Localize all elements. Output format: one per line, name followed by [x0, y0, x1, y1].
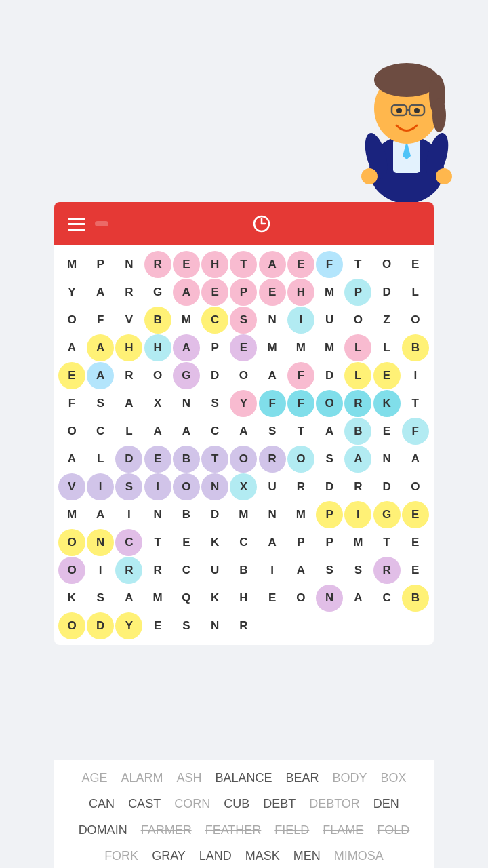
cell[interactable]: D — [373, 473, 401, 500]
cell[interactable]: N — [316, 585, 343, 612]
cell[interactable]: E — [259, 585, 286, 612]
cell[interactable]: H — [230, 585, 257, 612]
cell[interactable]: S — [87, 585, 114, 612]
cell[interactable]: O — [373, 251, 401, 278]
cell[interactable]: S — [115, 473, 142, 500]
cell[interactable]: I — [402, 362, 429, 389]
cell[interactable]: E — [230, 334, 257, 361]
cell[interactable]: F — [316, 251, 343, 278]
cell[interactable]: L — [402, 279, 429, 306]
cell[interactable]: C — [373, 585, 401, 612]
cell[interactable]: E — [402, 529, 429, 556]
cell[interactable]: E — [373, 418, 401, 445]
cell[interactable]: O — [344, 307, 371, 334]
cell[interactable]: P — [316, 501, 343, 528]
cell[interactable]: O — [144, 362, 171, 389]
cell[interactable]: A — [230, 418, 257, 445]
cell[interactable]: D — [115, 446, 142, 473]
cell[interactable]: M — [230, 501, 257, 528]
cell[interactable]: S — [259, 418, 286, 445]
cell[interactable]: C — [201, 418, 228, 445]
cell[interactable]: T — [373, 529, 401, 556]
cell[interactable]: A — [173, 279, 200, 306]
cell[interactable]: A — [402, 446, 429, 473]
cell[interactable]: A — [115, 585, 142, 612]
cell[interactable]: A — [87, 362, 114, 389]
cell[interactable]: R — [373, 557, 401, 584]
cell[interactable]: O — [287, 585, 314, 612]
cell[interactable]: P — [344, 279, 371, 306]
cell[interactable]: N — [144, 501, 171, 528]
cell[interactable]: D — [316, 362, 343, 389]
cell[interactable]: A — [173, 334, 200, 361]
cell[interactable]: O — [58, 307, 85, 334]
cell[interactable]: A — [259, 251, 286, 278]
cell[interactable]: A — [287, 557, 314, 584]
letter-grid[interactable]: MPNREHTAEFTOEYARGAEPEHMPDLOFVBMCSNIUOZOA… — [58, 251, 430, 639]
cell[interactable]: A — [259, 529, 286, 556]
cell[interactable]: A — [259, 362, 286, 389]
cell[interactable]: D — [201, 362, 228, 389]
cell[interactable]: R — [144, 557, 171, 584]
cell[interactable]: R — [259, 446, 286, 473]
cell[interactable]: K — [201, 529, 228, 556]
cell[interactable]: A — [316, 418, 343, 445]
cell[interactable]: E — [173, 251, 200, 278]
cell[interactable]: N — [259, 501, 286, 528]
menu-button[interactable] — [68, 218, 85, 231]
cell[interactable]: B — [344, 418, 371, 445]
cell[interactable]: P — [87, 251, 114, 278]
cell[interactable]: T — [287, 418, 314, 445]
cell[interactable]: K — [373, 390, 401, 417]
cell[interactable]: R — [287, 473, 314, 500]
cell[interactable]: L — [344, 362, 371, 389]
cell[interactable]: O — [287, 446, 314, 473]
cell[interactable]: N — [201, 612, 228, 639]
cell[interactable]: U — [316, 307, 343, 334]
cell[interactable]: E — [402, 251, 429, 278]
cell[interactable]: S — [87, 390, 114, 417]
cell[interactable]: F — [87, 307, 114, 334]
cell[interactable]: E — [144, 612, 171, 639]
cell[interactable]: O — [58, 557, 85, 584]
cell[interactable]: E — [173, 529, 200, 556]
cell[interactable]: O — [230, 362, 257, 389]
cell[interactable]: E — [287, 251, 314, 278]
cell[interactable]: M — [316, 334, 343, 361]
cell[interactable]: P — [201, 334, 228, 361]
cell[interactable]: T — [344, 251, 371, 278]
cell[interactable]: N — [87, 529, 114, 556]
cell[interactable]: C — [230, 529, 257, 556]
cell[interactable]: K — [201, 585, 228, 612]
cell[interactable]: O — [402, 307, 429, 334]
cell[interactable]: R — [115, 362, 142, 389]
cell[interactable]: H — [115, 334, 142, 361]
cell[interactable]: O — [230, 446, 257, 473]
cell[interactable]: E — [144, 446, 171, 473]
cell[interactable]: Q — [173, 585, 200, 612]
cell[interactable]: F — [58, 390, 85, 417]
cell[interactable]: E — [402, 501, 429, 528]
cell[interactable]: B — [173, 446, 200, 473]
cell[interactable]: F — [287, 362, 314, 389]
cell[interactable]: S — [201, 390, 228, 417]
cell[interactable]: P — [230, 279, 257, 306]
cell[interactable]: B — [144, 307, 171, 334]
cell[interactable]: U — [201, 557, 228, 584]
cell[interactable]: D — [316, 473, 343, 500]
cell[interactable]: C — [87, 418, 114, 445]
cell[interactable]: N — [201, 473, 228, 500]
cell[interactable]: F — [287, 390, 314, 417]
cell[interactable]: A — [144, 418, 171, 445]
cell[interactable]: O — [173, 473, 200, 500]
cell[interactable]: R — [344, 473, 371, 500]
cell[interactable]: T — [144, 529, 171, 556]
cell[interactable]: M — [58, 251, 85, 278]
cell[interactable]: S — [344, 557, 371, 584]
cell[interactable]: Y — [58, 279, 85, 306]
font-size-button[interactable] — [95, 221, 108, 226]
cell[interactable]: O — [58, 612, 85, 639]
cell[interactable]: G — [144, 279, 171, 306]
cell[interactable]: O — [316, 390, 343, 417]
cell[interactable]: T — [201, 446, 228, 473]
